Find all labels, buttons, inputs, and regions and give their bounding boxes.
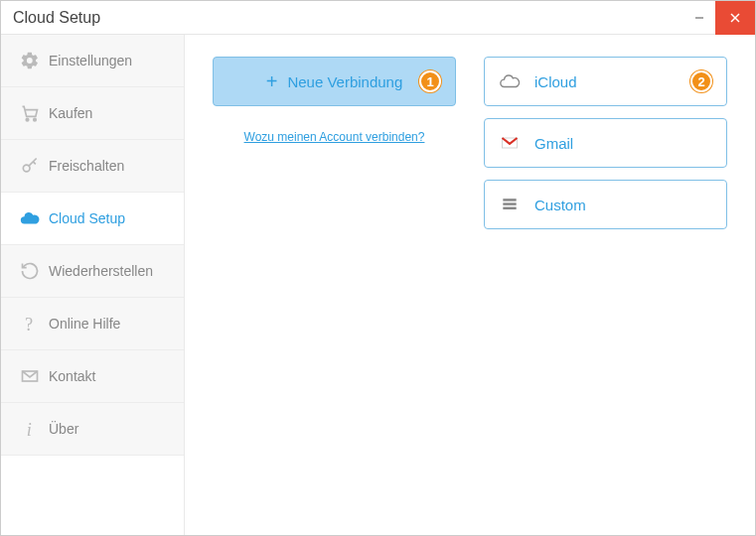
cloud-option-gmail[interactable]: Gmail bbox=[484, 118, 727, 168]
svg-text:?: ? bbox=[25, 315, 33, 335]
sidebar-item-buy[interactable]: Kaufen bbox=[1, 87, 184, 140]
window-title: Cloud Setup bbox=[1, 9, 683, 27]
gmail-icon bbox=[499, 133, 521, 153]
callout-badge-2: 2 bbox=[690, 70, 712, 92]
svg-text:i: i bbox=[27, 420, 32, 440]
sidebar-item-label: Über bbox=[45, 421, 78, 437]
sidebar-item-contact[interactable]: Kontakt bbox=[1, 350, 184, 403]
sidebar-item-help[interactable]: ? Online Hilfe bbox=[1, 298, 184, 350]
help-icon: ? bbox=[15, 312, 45, 335]
callout-badge-1: 1 bbox=[419, 70, 441, 92]
sidebar: Einstellungen Kaufen Freischalten Cloud … bbox=[1, 35, 185, 536]
sidebar-item-label: Cloud Setup bbox=[45, 210, 125, 226]
sidebar-item-label: Kaufen bbox=[45, 105, 92, 121]
sidebar-item-restore[interactable]: Wiederherstellen bbox=[1, 245, 184, 298]
why-connect-link[interactable]: Wozu meinen Account verbinden? bbox=[244, 130, 425, 144]
titlebar: Cloud Setup bbox=[1, 1, 755, 35]
key-icon bbox=[15, 156, 45, 176]
plus-icon: + bbox=[266, 70, 278, 93]
sidebar-item-about[interactable]: i Über bbox=[1, 403, 184, 456]
sidebar-item-unlock[interactable]: Freischalten bbox=[1, 140, 184, 193]
mail-icon bbox=[15, 366, 45, 386]
new-connection-label: Neue Verbindung bbox=[287, 73, 402, 90]
left-column: + Neue Verbindung 1 Wozu meinen Account … bbox=[213, 57, 456, 515]
cloud-option-custom[interactable]: Custom bbox=[484, 180, 727, 229]
sidebar-item-settings[interactable]: Einstellungen bbox=[1, 35, 184, 87]
cloud-option-icloud[interactable]: iCloud 2 bbox=[484, 57, 727, 106]
main-panel: + Neue Verbindung 1 Wozu meinen Account … bbox=[185, 35, 755, 536]
svg-point-3 bbox=[26, 118, 29, 121]
sidebar-item-label: Wiederherstellen bbox=[45, 263, 153, 279]
info-link-wrapper: Wozu meinen Account verbinden? bbox=[213, 130, 456, 144]
cloud-option-label: Gmail bbox=[534, 135, 573, 152]
sidebar-item-label: Online Hilfe bbox=[45, 316, 120, 332]
window-controls bbox=[683, 1, 755, 35]
svg-point-4 bbox=[34, 118, 37, 121]
svg-rect-10 bbox=[503, 199, 516, 201]
svg-rect-12 bbox=[503, 207, 516, 210]
cloud-icon bbox=[15, 207, 45, 229]
new-connection-button[interactable]: + Neue Verbindung 1 bbox=[213, 57, 456, 106]
cloud-option-label: Custom bbox=[534, 197, 586, 213]
sidebar-item-label: Freischalten bbox=[45, 158, 124, 174]
right-column: iCloud 2 Gmail Custom bbox=[484, 57, 727, 515]
sidebar-item-label: Kontakt bbox=[45, 368, 95, 384]
sidebar-item-label: Einstellungen bbox=[45, 53, 132, 68]
info-icon: i bbox=[15, 417, 45, 441]
content-area: Einstellungen Kaufen Freischalten Cloud … bbox=[1, 35, 755, 536]
gear-icon bbox=[15, 51, 45, 70]
svg-rect-11 bbox=[503, 202, 516, 205]
minimize-button[interactable] bbox=[683, 1, 715, 35]
close-button[interactable] bbox=[715, 1, 755, 35]
cart-icon bbox=[15, 103, 45, 123]
restore-icon bbox=[15, 261, 45, 281]
cloud-option-label: iCloud bbox=[534, 73, 577, 90]
icloud-icon bbox=[499, 70, 521, 92]
sidebar-item-cloud-setup[interactable]: Cloud Setup bbox=[1, 193, 184, 245]
server-icon bbox=[499, 195, 521, 214]
